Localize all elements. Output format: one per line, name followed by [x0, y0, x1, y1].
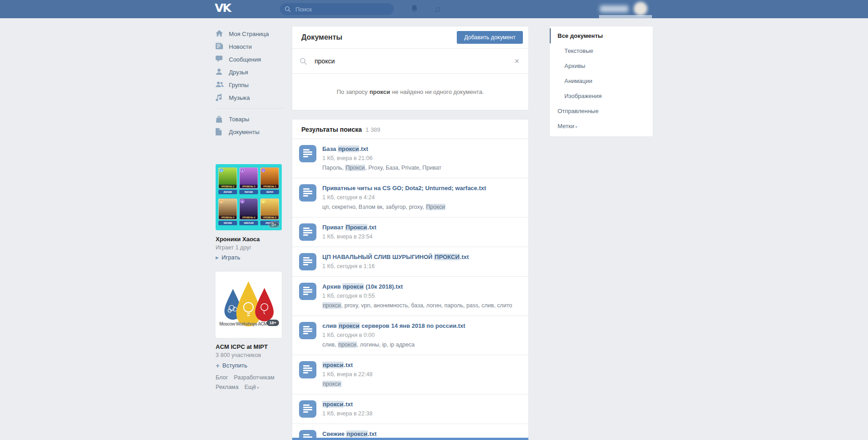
empty-state-message: По запросу прокси не найдено ни одного д…	[292, 74, 528, 110]
chevron-down-icon: ▾	[574, 125, 577, 129]
document-body: прокси.txt1 Кб, вчера в 22:38	[322, 400, 372, 418]
document-meta: 1 Кб, вчера в 22:48	[322, 371, 372, 378]
card-progress-count: 30/50	[260, 190, 279, 194]
document-icon[interactable]	[299, 283, 316, 300]
document-title-link[interactable]: Архив прокси (10к 2018).txt	[322, 283, 512, 290]
footer-link-разработчикам[interactable]: Разработчикам	[234, 374, 274, 381]
card-level-label: УРОВЕНЬ 9	[240, 216, 258, 219]
global-search-input[interactable]	[294, 5, 378, 13]
documents-search-input[interactable]	[314, 57, 512, 65]
game-card-cell: 6УРОВЕНЬ 9400/100	[239, 198, 258, 227]
sidebar-item-news[interactable]: Новости	[216, 40, 289, 53]
group-ad-title[interactable]: ACM ICPC at MIPT	[216, 343, 282, 350]
sidebar-item-market[interactable]: Товары	[216, 113, 289, 125]
music-note-icon[interactable]: ♫	[432, 4, 442, 14]
document-title-link[interactable]: прокси.txt	[322, 400, 372, 408]
add-document-button[interactable]: Добавить документ	[457, 31, 523, 44]
user-icon	[216, 68, 224, 76]
card-rank-badge: 9	[219, 199, 223, 203]
chat-icon	[216, 56, 224, 63]
document-icon[interactable]	[299, 361, 316, 378]
filter-item-tags[interactable]: Метки ▾	[550, 119, 653, 134]
document-title-link[interactable]: прокси.txt	[322, 361, 372, 369]
document-title-link[interactable]: Приватные читы на CS GO; Dota2; Unturned…	[322, 184, 486, 192]
document-body: Приват Прокси.txt1 Кб, вчера в 23:54	[322, 223, 377, 241]
footer-link-реклама[interactable]: Реклама	[216, 384, 238, 390]
footer-links-row: БлогРазработчикам	[216, 373, 302, 383]
bottom-loading-strip	[292, 438, 528, 440]
game-ad-status: Играет 1 друг	[216, 244, 282, 251]
user-menu[interactable]	[600, 2, 647, 16]
document-row: ЦП НАВАЛЬНЫЙ СЛИВ ШУРЫГИНОЙ ПРОКСИ.txt1 …	[292, 247, 528, 277]
game-ad-play-link[interactable]: ▶ Играть	[216, 254, 282, 261]
global-search[interactable]	[280, 3, 394, 15]
sidebar-item-groups[interactable]: Группы	[216, 78, 289, 91]
doc-icon	[216, 128, 224, 135]
card-rank-badge: 2	[240, 168, 244, 172]
sidebar-item-music[interactable]: Музыка	[216, 91, 289, 104]
document-meta: 1 Кб, сегодня в 1:16	[322, 263, 469, 270]
search-icon	[300, 57, 307, 65]
document-tags[interactable]: прокси	[322, 380, 372, 388]
sidebar-item-my-page[interactable]: Моя Страница	[216, 27, 289, 40]
document-tags[interactable]: цп, секретно, Взлом вк, забугор, proxy, …	[322, 203, 486, 211]
document-title-link[interactable]: Приват Прокси.txt	[322, 223, 377, 231]
document-icon[interactable]	[299, 253, 316, 270]
sidebar-item-documents[interactable]: Документы	[216, 125, 289, 138]
filter-item-images[interactable]: Изображения	[550, 88, 653, 104]
clear-search-icon[interactable]: ×	[512, 57, 521, 66]
game-character-card: 6УРОВЕНЬ 9	[239, 198, 258, 220]
document-body: ЦП НАВАЛЬНЫЙ СЛИВ ШУРЫГИНОЙ ПРОКСИ.txt1 …	[322, 253, 469, 270]
home-icon	[216, 30, 224, 37]
filter-item-archives[interactable]: Архивы	[550, 58, 653, 73]
document-title-link[interactable]: ЦП НАВАЛЬНЫЙ СЛИВ ШУРЫГИНОЙ ПРОКСИ.txt	[322, 253, 469, 261]
card-rank-badge: 6	[219, 168, 223, 172]
game-character-card: 5УРОВЕНЬ 1	[260, 167, 279, 189]
highlighted-term: Прокси	[345, 224, 367, 231]
document-title-link[interactable]: Свежие прокси.txt	[322, 430, 377, 438]
sidebar-item-label: Сообщения	[229, 56, 261, 63]
document-icon[interactable]	[299, 400, 316, 418]
document-tags[interactable]: Пароль, Прокси, Proxy, База, Private, Пр…	[322, 164, 441, 172]
filter-item-text[interactable]: Текстовые	[550, 43, 653, 58]
document-icon[interactable]	[299, 145, 316, 162]
highlighted-term: прокси	[338, 322, 360, 329]
document-body: Приватные читы на CS GO; Dota2; Unturned…	[322, 184, 486, 211]
sidebar-item-friends[interactable]: Друзья	[216, 66, 289, 78]
documents-card: Документы Добавить документ × По запросу…	[292, 26, 529, 110]
card-progress-count: 400/100	[239, 221, 258, 225]
document-meta: 1 Кб, вчера в 22:38	[322, 410, 372, 418]
document-tags[interactable]: слив, прокси, логины, ip, ip адреса	[322, 341, 465, 349]
filter-item-all[interactable]: Все документы	[550, 28, 653, 43]
notifications-bell-icon[interactable]	[409, 4, 419, 14]
group-ad-join-link[interactable]: + Вступить	[216, 362, 282, 369]
left-sidebar: Моя СтраницаНовостиСообщенияДрузьяГруппы…	[216, 27, 289, 138]
bag-icon	[216, 115, 224, 123]
document-icon[interactable]	[299, 184, 316, 202]
game-ad-image[interactable]: 6УРОВЕНЬ 220/1002УРОВЕНЬ 350/1005УРОВЕНЬ…	[216, 164, 282, 230]
document-tags[interactable]: прокси, proxy, vpn, анонимность, база, л…	[322, 302, 512, 310]
footer-link-ещё[interactable]: Ещё ▾	[244, 384, 259, 390]
document-meta: 1 Кб, вчера в 21:06	[322, 155, 441, 162]
card-level-label: УРОВЕНЬ 2	[219, 185, 237, 188]
footer-link-блог[interactable]: Блог	[216, 374, 228, 381]
sidebar-item-label: Документы	[229, 129, 259, 135]
sidebar-divider	[216, 108, 284, 109]
filter-item-sent[interactable]: Отправленные	[550, 104, 653, 119]
card-level-label: УРОВЕНЬ 3	[219, 216, 237, 219]
document-meta: 1 Кб, сегодня в 4:24	[322, 194, 486, 202]
sidebar-item-label: Музыка	[229, 94, 250, 101]
document-row: Архив прокси (10к 2018).txt1 Кб, сегодня…	[292, 277, 528, 316]
document-icon[interactable]	[299, 223, 316, 241]
filter-item-animations[interactable]: Анимации	[550, 73, 653, 88]
document-icon[interactable]	[299, 322, 316, 339]
results-header: Результаты поиска1 389	[292, 119, 528, 139]
game-ad-title[interactable]: Хроники Хаоса	[216, 236, 282, 243]
card-progress-count: 50/100	[239, 190, 258, 194]
document-title-link[interactable]: База прокси.txt	[322, 145, 441, 153]
vk-logo[interactable]: VK	[215, 1, 231, 15]
group-ad-image[interactable]: Moscow Workshops ACM ICPC 18+	[216, 272, 282, 338]
footer-links: БлогРазработчикамРекламаЕщё ▾	[216, 373, 302, 393]
document-title-link[interactable]: слив прокси серверов 14 янв 2018 по росс…	[322, 322, 465, 330]
sidebar-item-messages[interactable]: Сообщения	[216, 53, 289, 66]
